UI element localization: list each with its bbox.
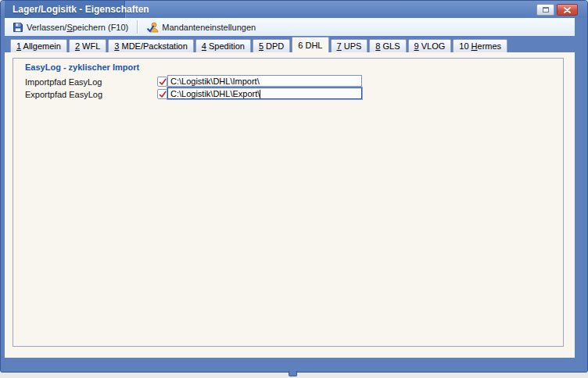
titlebar-caption: Lager/Logisitk - Eigenschaften: [5, 1, 125, 18]
exportpfad-input[interactable]: [167, 87, 362, 99]
client-area: Verlassen/Speichern (F10) Mandanteneinst…: [5, 18, 575, 358]
close-icon: [564, 7, 571, 13]
client-settings-label: Mandanteneinstellungen: [162, 23, 256, 32]
toolbar: Verlassen/Speichern (F10) Mandanteneinst…: [5, 18, 575, 36]
toolbar-separator: [137, 20, 138, 34]
properties-window: Lager/Logisitk - Eigenschaften: [0, 0, 588, 373]
tab-dhl[interactable]: 6 DHL: [292, 37, 328, 52]
text-caret: [260, 90, 260, 98]
window-title: Lager/Logisitk - Eigenschaften: [13, 4, 149, 15]
checkmark-icon: [159, 78, 167, 86]
easylog-groupbox: EasyLog - zyklischer Import Importpfad E…: [13, 58, 564, 347]
tab-wfl[interactable]: 2 WFL: [69, 39, 106, 52]
save-exit-label: Verlassen/Speichern (F10): [27, 23, 128, 32]
tab-dpd[interactable]: 5 DPD: [253, 39, 290, 52]
save-exit-button[interactable]: Verlassen/Speichern (F10): [8, 20, 133, 35]
restore-button[interactable]: [536, 4, 554, 16]
tab-mde-packstation[interactable]: 3 MDE/Packstation: [108, 39, 194, 52]
exportpfad-checkbox[interactable]: [157, 89, 167, 99]
importpfad-checkbox[interactable]: [157, 77, 167, 87]
resize-grip[interactable]: [289, 371, 297, 376]
restore-window-icon: [543, 7, 549, 12]
tab-hermes[interactable]: 10 Hermes: [453, 39, 507, 52]
window-controls: [536, 4, 578, 16]
user-check-icon: [147, 22, 159, 33]
client-settings-button[interactable]: Mandanteneinstellungen: [142, 20, 260, 35]
tab-page-dhl: EasyLog - zyklischer Import Importpfad E…: [5, 52, 575, 358]
tab-gls[interactable]: 8 GLS: [369, 39, 406, 52]
checkmark-icon: [159, 91, 167, 98]
save-disk-icon: [13, 22, 23, 33]
tab-ups[interactable]: 7 UPS: [331, 39, 368, 52]
tab-spedition[interactable]: 4 Spedition: [195, 39, 251, 52]
importpfad-label: Importpfad EasyLog: [25, 77, 102, 87]
close-button[interactable]: [557, 4, 578, 16]
importpfad-input[interactable]: [167, 75, 362, 87]
tab-vlog[interactable]: 9 VLOG: [408, 39, 452, 52]
exportpfad-label: Exportpfad EasyLog: [25, 90, 102, 99]
tab-strip: 1 Allgemein 2 WFL 3 MDE/Packstation 4 Sp…: [5, 36, 575, 52]
section-title: EasyLog - zyklischer Import: [25, 62, 139, 72]
titlebar[interactable]: Lager/Logisitk - Eigenschaften: [1, 1, 587, 18]
tab-allgemein[interactable]: 1 Allgemein: [10, 39, 67, 52]
